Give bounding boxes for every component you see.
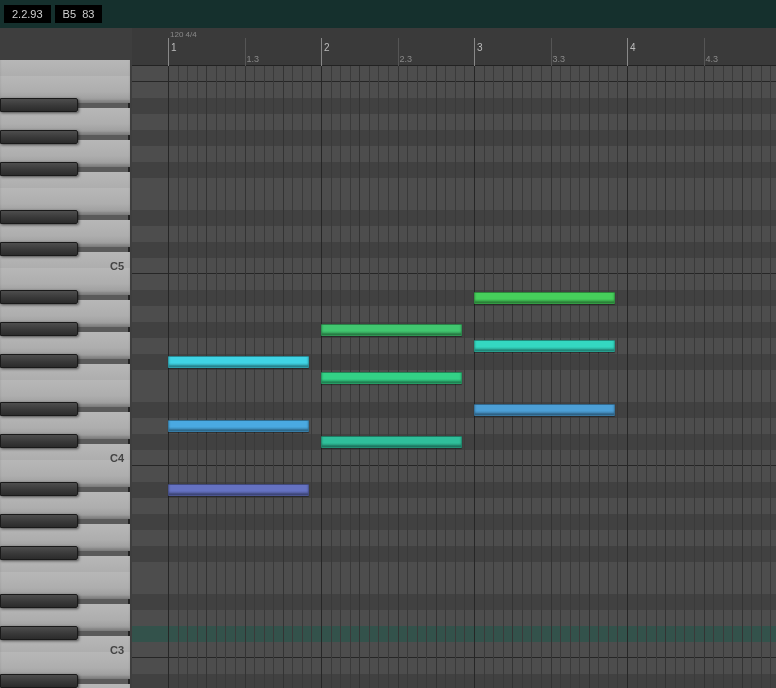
beat-label: 4.3	[706, 54, 719, 64]
black-key[interactable]	[0, 210, 78, 224]
midi-note[interactable]	[168, 484, 309, 496]
midi-note[interactable]	[168, 420, 309, 432]
black-key[interactable]	[0, 482, 78, 496]
timeline-ruler[interactable]: 120 4/4 11.322.333.344.3	[132, 28, 776, 66]
black-key[interactable]	[0, 290, 78, 304]
beat-label: 3.3	[553, 54, 566, 64]
black-key[interactable]	[0, 434, 78, 448]
note-grid[interactable]	[132, 66, 776, 688]
midi-note[interactable]	[474, 292, 615, 304]
cursor-note: B5	[63, 8, 76, 20]
bar-label: 3	[477, 42, 483, 53]
tempo-signature: 120 4/4	[170, 30, 197, 39]
midi-note[interactable]	[474, 404, 615, 416]
midi-note[interactable]	[321, 372, 462, 384]
midi-note[interactable]	[321, 436, 462, 448]
black-key[interactable]	[0, 546, 78, 560]
beat-label: 1.3	[247, 54, 260, 64]
midi-note[interactable]	[321, 324, 462, 336]
status-bar: 2.2.93 B5 83	[0, 0, 776, 28]
piano-keyboard[interactable]: C5C4C3	[0, 66, 130, 688]
black-key[interactable]	[0, 162, 78, 176]
black-key[interactable]	[0, 674, 78, 688]
black-key[interactable]	[0, 594, 78, 608]
black-key[interactable]	[0, 242, 78, 256]
black-key[interactable]	[0, 98, 78, 112]
black-key[interactable]	[0, 514, 78, 528]
midi-note[interactable]	[168, 356, 309, 368]
black-key[interactable]	[0, 402, 78, 416]
beat-label: 2.3	[400, 54, 413, 64]
midi-note[interactable]	[474, 340, 615, 352]
black-key[interactable]	[0, 354, 78, 368]
bar-label: 4	[630, 42, 636, 53]
black-key[interactable]	[0, 322, 78, 336]
bar-label: 2	[324, 42, 330, 53]
black-key[interactable]	[0, 130, 78, 144]
cursor-note-velocity[interactable]: B5 83	[55, 5, 103, 23]
black-key[interactable]	[0, 626, 78, 640]
bar-label: 1	[171, 42, 177, 53]
transport-position[interactable]: 2.2.93	[4, 5, 51, 23]
cursor-velocity: 83	[82, 8, 94, 20]
